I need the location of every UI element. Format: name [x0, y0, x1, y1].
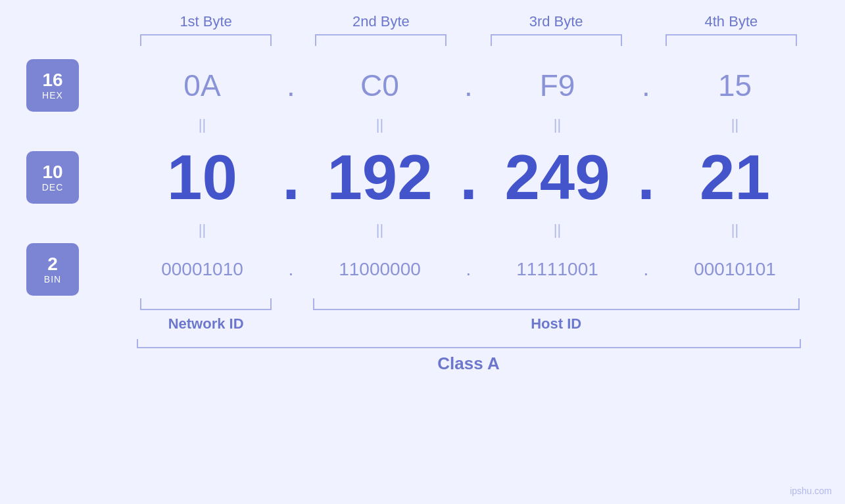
hex-badge-label: HEX [42, 90, 63, 101]
dec-dot-3: . [630, 146, 663, 209]
top-bracket-cell-3 [469, 34, 644, 46]
hex-row: 0A . C0 . F9 . 15 [118, 59, 819, 112]
dec-dot-1: . [275, 146, 308, 209]
equals-row-2: || || || || [118, 217, 819, 243]
bottom-bracket-area: Network ID Host ID [26, 298, 819, 332]
top-bracket-2 [315, 34, 447, 46]
top-bracket-4 [665, 34, 797, 46]
bin-dot-1: . [275, 259, 308, 280]
hex-value-4: 15 [663, 68, 808, 103]
byte-header-1: 1st Byte [118, 13, 293, 34]
dec-dot-2: . [452, 146, 485, 209]
bin-row: 00001010 . 11000000 . 11111001 . 0001010… [118, 243, 819, 296]
bin-value-4: 00010101 [663, 259, 808, 280]
network-id-label: Network ID [168, 315, 244, 332]
top-bracket-3 [491, 34, 622, 46]
bin-value-2: 11000000 [308, 259, 452, 280]
bin-badge: 2 BIN [26, 243, 79, 296]
top-bracket-1 [140, 34, 272, 46]
dec-value-2: 192 [308, 146, 452, 209]
bin-value-1: 00001010 [130, 259, 275, 280]
hex-dot-1: . [275, 68, 308, 103]
hex-value-1: 0A [130, 68, 275, 103]
hex-badge-number: 16 [42, 70, 62, 91]
dec-badge: 10 DEC [26, 151, 79, 204]
hex-dot-3: . [630, 68, 663, 103]
byte-header-4: 4th Byte [644, 13, 819, 34]
byte-headers-row: 1st Byte 2nd Byte 3rd Byte 4th Byte [26, 13, 819, 34]
bin-badge-number: 2 [47, 254, 58, 275]
dec-badge-number: 10 [42, 162, 62, 183]
dec-value-3: 249 [485, 146, 630, 209]
bin-badge-label: BIN [44, 274, 61, 285]
watermark: ipshu.com [790, 486, 832, 496]
class-bracket [137, 339, 801, 348]
equals-6: || [308, 221, 452, 239]
equals-8: || [663, 221, 808, 239]
hex-badge: 16 HEX [26, 59, 79, 112]
top-bracket-cell-4 [644, 34, 819, 46]
equals-5: || [130, 221, 275, 239]
host-id-bracket-wrap: Host ID [293, 298, 819, 332]
class-row-wrap: Class A [26, 339, 819, 374]
bin-badge-row: 2 BIN [26, 243, 118, 296]
hex-dot-2: . [452, 68, 485, 103]
dec-value-1: 10 [130, 146, 275, 209]
equals-7: || [485, 221, 630, 239]
hex-value-2: C0 [308, 68, 452, 103]
byte-header-2: 2nd Byte [293, 13, 468, 34]
bin-value-3: 11111001 [485, 259, 630, 280]
dec-row: 10 . 192 . 249 . 21 [118, 138, 819, 217]
bin-dot-3: . [630, 259, 663, 280]
top-bracket-cell-2 [293, 34, 468, 46]
host-id-label: Host ID [531, 315, 581, 332]
badges-column: 16 HEX 10 DEC 2 BIN [26, 59, 118, 296]
equals-2: || [308, 116, 452, 133]
bin-dot-2: . [452, 259, 485, 280]
dec-value-4: 21 [663, 146, 808, 209]
equals-4: || [663, 116, 808, 133]
values-grid: 0A . C0 . F9 . 15 || || || || 10 [118, 59, 819, 296]
equals-1: || [130, 116, 275, 133]
dec-badge-row: 10 DEC [26, 138, 118, 217]
hex-badge-row: 16 HEX [26, 59, 118, 112]
content-with-badges: 16 HEX 10 DEC 2 BIN [26, 59, 819, 296]
equals-3: || [485, 116, 630, 133]
dec-badge-label: DEC [42, 182, 64, 193]
host-id-bracket [313, 298, 800, 310]
network-id-bracket-wrap: Network ID [118, 298, 293, 332]
badge-spacer-1 [26, 112, 118, 138]
main-container: 1st Byte 2nd Byte 3rd Byte 4th Byte 16 H… [0, 0, 845, 504]
equals-row-1: || || || || [118, 112, 819, 138]
hex-value-3: F9 [485, 68, 630, 103]
byte-header-3: 3rd Byte [469, 13, 644, 34]
network-id-bracket [140, 298, 272, 310]
top-brackets-row [26, 34, 819, 46]
class-label: Class A [437, 354, 499, 374]
top-bracket-cell-1 [118, 34, 293, 46]
badge-spacer-2 [26, 217, 118, 243]
